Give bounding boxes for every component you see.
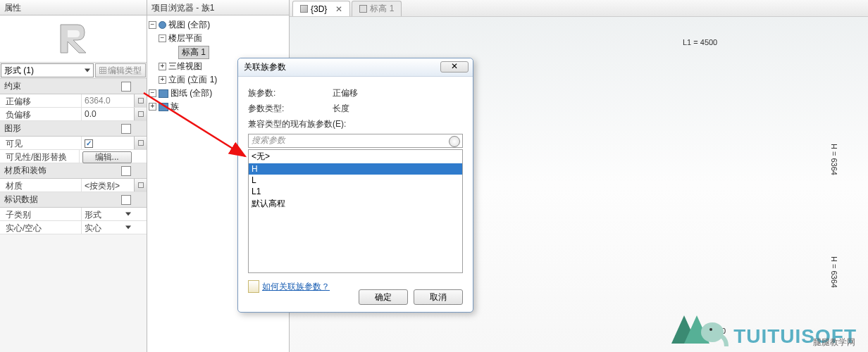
dim-h-right2: H = 6364: [830, 256, 838, 288]
row-visible: 可见: [0, 137, 147, 150]
family-icon: [159, 103, 168, 111]
elephant-logo-icon: [669, 303, 729, 348]
revit-logo: [0, 15, 147, 62]
dialog-close-button[interactable]: ✕: [440, 61, 469, 73]
views-icon: [159, 21, 166, 29]
row-negative-offset: 负偏移 0.0: [0, 108, 147, 121]
edit-visibility-button[interactable]: 编辑...: [82, 151, 132, 163]
list-item[interactable]: <无>: [249, 150, 462, 163]
assoc-param-button[interactable]: [134, 108, 147, 120]
search-parameters-input[interactable]: 搜索参数: [248, 134, 463, 148]
row-material: 材质 <按类别>: [0, 179, 147, 192]
sheet-icon: [359, 5, 367, 13]
tree-toggle[interactable]: −: [149, 21, 156, 29]
group-identity[interactable]: 标识数据: [0, 192, 147, 208]
assoc-param-button[interactable]: [134, 179, 147, 191]
close-tab-icon[interactable]: ✕: [335, 4, 342, 14]
associate-family-parameter-dialog: 关联族参数 ✕ 族参数:正偏移 参数类型:长度 兼容类型的现有族参数(E): 搜…: [237, 58, 473, 313]
list-item[interactable]: 默认高程: [249, 197, 462, 210]
cube-icon: [300, 5, 308, 13]
edit-type-button[interactable]: 编辑类型: [95, 63, 146, 77]
dialog-titlebar[interactable]: 关联族参数 ✕: [238, 58, 473, 77]
3d-model: [839, 38, 868, 306]
group-graphics[interactable]: 图形: [0, 121, 147, 137]
row-solid-void: 实心/空心 实心: [0, 221, 147, 234]
list-item-selected[interactable]: H: [249, 163, 462, 175]
tab-3d[interactable]: {3D}✕: [292, 1, 350, 16]
dim-l1-top: L1 = 4500: [683, 38, 717, 46]
list-item[interactable]: L: [249, 175, 462, 186]
assoc-param-button[interactable]: [134, 94, 147, 107]
properties-title: 属性: [0, 0, 147, 15]
sheet-icon: [159, 89, 168, 98]
ok-button[interactable]: 确定: [359, 289, 408, 305]
watermark: TUITUISOFT 腿腿教学网: [669, 303, 857, 348]
list-item[interactable]: L1: [249, 186, 462, 197]
param-type-value: 长度: [333, 103, 463, 115]
row-visibility-override: 可见性/图形替换 编辑...: [0, 150, 147, 163]
type-selector[interactable]: 形式 (1): [1, 63, 94, 77]
cancel-button[interactable]: 取消: [414, 289, 463, 305]
dim-l1-bottom: L1 = 4500: [691, 327, 726, 335]
parameter-list[interactable]: <无> H L L1 默认高程: [248, 149, 463, 273]
dim-h-right: H = 6364: [830, 144, 838, 175]
dialog-title: 关联族参数: [244, 61, 286, 73]
visible-checkbox: [85, 139, 93, 148]
browser-title: 项目浏览器 - 族1: [147, 0, 289, 15]
view-tabs: {3D}✕ 标高 1: [290, 0, 868, 17]
group-constraints[interactable]: 约束: [0, 79, 147, 94]
row-subcategory: 子类别 形式: [0, 208, 147, 221]
row-positive-offset: 正偏移 6364.0: [0, 94, 147, 108]
properties-panel: 属性 形式 (1) 编辑类型 约束 正偏移 6364.0 负偏移 0.0 图形 …: [0, 0, 147, 352]
assoc-param-button[interactable]: [134, 137, 147, 149]
group-materials[interactable]: 材质和装饰: [0, 163, 147, 179]
tab-level1[interactable]: 标高 1: [352, 1, 402, 16]
family-param-value: 正偏移: [333, 87, 463, 99]
